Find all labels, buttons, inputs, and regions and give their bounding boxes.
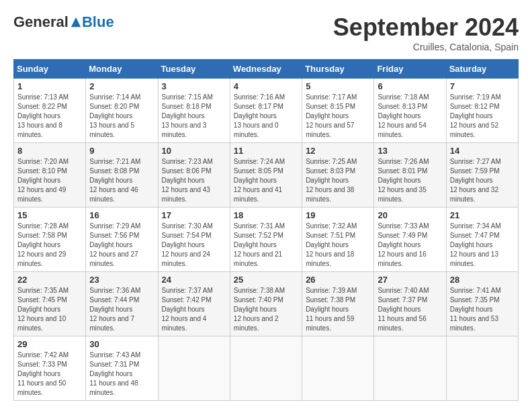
day-number: 30: [89, 339, 154, 349]
day-info: Sunrise: 7:14 AM Sunset: 8:20 PM Dayligh…: [89, 93, 154, 140]
calendar-cell: 29 Sunrise: 7:42 AM Sunset: 7:33 PM Dayl…: [14, 336, 86, 401]
calendar-cell: 5 Sunrise: 7:17 AM Sunset: 8:15 PM Dayli…: [302, 79, 374, 143]
day-info: Sunrise: 7:39 AM Sunset: 7:38 PM Dayligh…: [306, 286, 370, 333]
logo-blue: Blue: [82, 13, 114, 31]
day-info: Sunrise: 7:30 AM Sunset: 7:54 PM Dayligh…: [162, 222, 226, 269]
weekday-sunday: Sunday: [14, 60, 86, 79]
day-number: 3: [162, 81, 226, 91]
day-info: Sunrise: 7:33 AM Sunset: 7:49 PM Dayligh…: [378, 222, 442, 269]
day-info: Sunrise: 7:15 AM Sunset: 8:18 PM Dayligh…: [162, 93, 226, 140]
calendar-cell: 13 Sunrise: 7:26 AM Sunset: 8:01 PM Dayl…: [374, 143, 446, 208]
day-number: 10: [162, 146, 226, 156]
calendar-cell: 6 Sunrise: 7:18 AM Sunset: 8:13 PM Dayli…: [374, 79, 446, 143]
day-info: Sunrise: 7:35 AM Sunset: 7:45 PM Dayligh…: [17, 286, 82, 333]
calendar-cell: 26 Sunrise: 7:39 AM Sunset: 7:38 PM Dayl…: [302, 272, 374, 336]
page-header: General Blue September 2024 Cruilles, Ca…: [13, 13, 519, 52]
calendar-cell: [446, 336, 518, 401]
day-number: 17: [162, 210, 226, 220]
day-number: 24: [162, 275, 226, 285]
calendar-cell: 14 Sunrise: 7:27 AM Sunset: 7:59 PM Dayl…: [446, 143, 518, 208]
svg-marker-0: [71, 17, 81, 27]
weekday-tuesday: Tuesday: [158, 60, 230, 79]
day-number: 1: [17, 81, 82, 91]
calendar-cell: 24 Sunrise: 7:37 AM Sunset: 7:42 PM Dayl…: [158, 272, 230, 336]
day-number: 27: [378, 275, 442, 285]
weekday-wednesday: Wednesday: [230, 60, 302, 79]
calendar-table: SundayMondayTuesdayWednesdayThursdayFrid…: [13, 59, 519, 401]
day-info: Sunrise: 7:42 AM Sunset: 7:33 PM Dayligh…: [17, 351, 82, 398]
calendar-cell: 27 Sunrise: 7:40 AM Sunset: 7:37 PM Dayl…: [374, 272, 446, 336]
day-number: 11: [234, 146, 298, 156]
weekday-header-row: SundayMondayTuesdayWednesdayThursdayFrid…: [14, 60, 519, 79]
day-info: Sunrise: 7:38 AM Sunset: 7:40 PM Dayligh…: [234, 286, 298, 333]
calendar-cell: 22 Sunrise: 7:35 AM Sunset: 7:45 PM Dayl…: [14, 272, 86, 336]
day-info: Sunrise: 7:32 AM Sunset: 7:51 PM Dayligh…: [306, 222, 370, 269]
day-info: Sunrise: 7:21 AM Sunset: 8:08 PM Dayligh…: [89, 157, 154, 204]
logo: General Blue: [13, 13, 114, 31]
day-info: Sunrise: 7:37 AM Sunset: 7:42 PM Dayligh…: [162, 286, 226, 333]
day-info: Sunrise: 7:17 AM Sunset: 8:15 PM Dayligh…: [306, 93, 370, 140]
calendar-cell: [302, 336, 374, 401]
day-number: 6: [378, 81, 442, 91]
week-row-1: 1 Sunrise: 7:13 AM Sunset: 8:22 PM Dayli…: [14, 79, 519, 143]
calendar-cell: 20 Sunrise: 7:33 AM Sunset: 7:49 PM Dayl…: [374, 208, 446, 272]
day-number: 2: [89, 81, 154, 91]
calendar-cell: 23 Sunrise: 7:36 AM Sunset: 7:44 PM Dayl…: [86, 272, 158, 336]
calendar-cell: 12 Sunrise: 7:25 AM Sunset: 8:03 PM Dayl…: [302, 143, 374, 208]
title-section: September 2024 Cruilles, Catalonia, Spai…: [333, 13, 519, 52]
day-number: 5: [306, 81, 370, 91]
logo-general: General: [13, 13, 69, 31]
calendar-cell: 3 Sunrise: 7:15 AM Sunset: 8:18 PM Dayli…: [158, 79, 230, 143]
day-info: Sunrise: 7:20 AM Sunset: 8:10 PM Dayligh…: [17, 157, 82, 204]
calendar-cell: 17 Sunrise: 7:30 AM Sunset: 7:54 PM Dayl…: [158, 208, 230, 272]
day-info: Sunrise: 7:41 AM Sunset: 7:35 PM Dayligh…: [450, 286, 515, 333]
day-number: 21: [450, 210, 515, 220]
calendar-cell: [158, 336, 230, 401]
day-number: 26: [306, 275, 370, 285]
calendar-cell: 9 Sunrise: 7:21 AM Sunset: 8:08 PM Dayli…: [86, 143, 158, 208]
calendar-cell: [230, 336, 302, 401]
day-number: 25: [234, 275, 298, 285]
week-row-4: 22 Sunrise: 7:35 AM Sunset: 7:45 PM Dayl…: [14, 272, 519, 336]
calendar-cell: 1 Sunrise: 7:13 AM Sunset: 8:22 PM Dayli…: [14, 79, 86, 143]
day-info: Sunrise: 7:23 AM Sunset: 8:06 PM Dayligh…: [162, 157, 226, 204]
day-number: 29: [17, 339, 82, 349]
day-info: Sunrise: 7:19 AM Sunset: 8:12 PM Dayligh…: [450, 93, 515, 140]
weekday-friday: Friday: [374, 60, 446, 79]
day-info: Sunrise: 7:31 AM Sunset: 7:52 PM Dayligh…: [234, 222, 298, 269]
day-info: Sunrise: 7:13 AM Sunset: 8:22 PM Dayligh…: [17, 93, 82, 140]
day-info: Sunrise: 7:24 AM Sunset: 8:05 PM Dayligh…: [234, 157, 298, 204]
day-number: 23: [89, 275, 154, 285]
logo-icon: [70, 16, 82, 28]
calendar-cell: 16 Sunrise: 7:29 AM Sunset: 7:56 PM Dayl…: [86, 208, 158, 272]
calendar-cell: 21 Sunrise: 7:34 AM Sunset: 7:47 PM Dayl…: [446, 208, 518, 272]
day-number: 22: [17, 275, 82, 285]
calendar-cell: 19 Sunrise: 7:32 AM Sunset: 7:51 PM Dayl…: [302, 208, 374, 272]
calendar-cell: 18 Sunrise: 7:31 AM Sunset: 7:52 PM Dayl…: [230, 208, 302, 272]
day-number: 9: [89, 146, 154, 156]
day-number: 12: [306, 146, 370, 156]
calendar-cell: 4 Sunrise: 7:16 AM Sunset: 8:17 PM Dayli…: [230, 79, 302, 143]
weekday-monday: Monday: [86, 60, 158, 79]
calendar-cell: 30 Sunrise: 7:43 AM Sunset: 7:31 PM Dayl…: [86, 336, 158, 401]
day-info: Sunrise: 7:18 AM Sunset: 8:13 PM Dayligh…: [378, 93, 442, 140]
day-number: 18: [234, 210, 298, 220]
calendar-cell: 7 Sunrise: 7:19 AM Sunset: 8:12 PM Dayli…: [446, 79, 518, 143]
calendar-cell: 2 Sunrise: 7:14 AM Sunset: 8:20 PM Dayli…: [86, 79, 158, 143]
week-row-2: 8 Sunrise: 7:20 AM Sunset: 8:10 PM Dayli…: [14, 143, 519, 208]
day-info: Sunrise: 7:26 AM Sunset: 8:01 PM Dayligh…: [378, 157, 442, 204]
day-number: 4: [234, 81, 298, 91]
week-row-3: 15 Sunrise: 7:28 AM Sunset: 7:58 PM Dayl…: [14, 208, 519, 272]
calendar-cell: 28 Sunrise: 7:41 AM Sunset: 7:35 PM Dayl…: [446, 272, 518, 336]
calendar-cell: [374, 336, 446, 401]
day-info: Sunrise: 7:16 AM Sunset: 8:17 PM Dayligh…: [234, 93, 298, 140]
day-info: Sunrise: 7:36 AM Sunset: 7:44 PM Dayligh…: [89, 286, 154, 333]
day-number: 19: [306, 210, 370, 220]
calendar-cell: 25 Sunrise: 7:38 AM Sunset: 7:40 PM Dayl…: [230, 272, 302, 336]
day-number: 16: [89, 210, 154, 220]
location-title: Cruilles, Catalonia, Spain: [333, 42, 519, 52]
day-number: 8: [17, 146, 82, 156]
day-number: 7: [450, 81, 515, 91]
day-number: 14: [450, 146, 515, 156]
month-title: September 2024: [333, 13, 519, 42]
